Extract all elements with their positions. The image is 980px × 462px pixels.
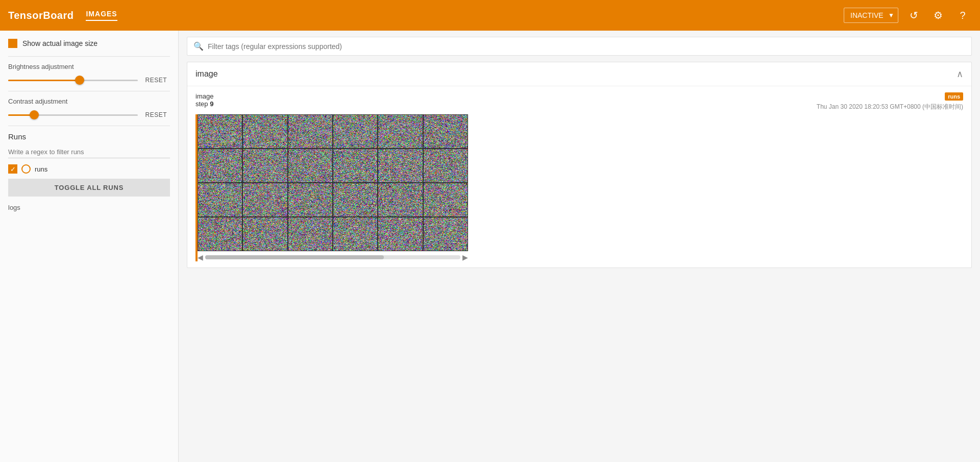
image-card-title: image bbox=[195, 69, 218, 79]
help-button[interactable]: ? bbox=[953, 6, 972, 25]
status-dropdown-wrapper: INACTIVE ACTIVE ▼ bbox=[844, 8, 898, 23]
header-controls: INACTIVE ACTIVE ▼ ↺ ⚙ ? bbox=[844, 6, 972, 25]
image-card-body: image step 9 runs Thu Jan 30 2020 18:20:… bbox=[187, 86, 971, 268]
logs-link[interactable]: logs bbox=[8, 204, 20, 211]
contrast-slider-track[interactable] bbox=[8, 114, 138, 116]
noise-cell bbox=[333, 217, 377, 251]
noise-cell bbox=[288, 149, 332, 182]
show-actual-size-row: Show actual image size bbox=[8, 39, 170, 48]
image-run-info: image step 9 bbox=[195, 92, 213, 108]
sidebar: Show actual image size Brightness adjust… bbox=[0, 31, 179, 462]
noise-cell bbox=[333, 115, 377, 148]
runs-section: Runs ✓ runs TOGGLE ALL RUNS logs bbox=[8, 132, 170, 212]
image-card: image ∧ image step 9 runs Thu Jan 30 bbox=[187, 62, 972, 268]
noise-cell bbox=[424, 115, 468, 148]
contrast-reset-button[interactable]: RESET bbox=[142, 110, 170, 119]
filter-tags-input[interactable] bbox=[208, 42, 965, 51]
runs-title: Runs bbox=[8, 132, 170, 141]
show-actual-size-checkbox[interactable] bbox=[8, 39, 17, 48]
scroll-track[interactable] bbox=[205, 255, 460, 259]
noise-cell bbox=[333, 183, 377, 216]
run-item-runs: ✓ runs bbox=[8, 164, 170, 174]
filter-bar: 🔍 bbox=[187, 37, 972, 56]
contrast-slider-row: RESET bbox=[8, 110, 170, 119]
noise-cell bbox=[198, 149, 242, 182]
noise-cell bbox=[288, 115, 332, 148]
noise-cell bbox=[243, 217, 287, 251]
noise-cell bbox=[378, 115, 422, 148]
toggle-all-runs-button[interactable]: TOGGLE ALL RUNS bbox=[8, 179, 170, 197]
contrast-section: Contrast adjustment RESET bbox=[8, 98, 170, 119]
noise-cell bbox=[198, 217, 242, 251]
filter-runs-input[interactable] bbox=[8, 146, 170, 158]
noise-cell bbox=[424, 217, 468, 251]
brightness-section: Brightness adjustment RESET bbox=[8, 63, 170, 85]
noise-cell bbox=[424, 183, 468, 216]
divider-1 bbox=[8, 56, 170, 57]
brightness-slider-row: RESET bbox=[8, 76, 170, 85]
step-value: 9 bbox=[210, 100, 213, 108]
noise-cell bbox=[198, 115, 242, 148]
settings-button[interactable]: ⚙ bbox=[929, 6, 947, 25]
contrast-title: Contrast adjustment bbox=[8, 98, 170, 105]
scroll-left-arrow[interactable]: ◀ bbox=[198, 253, 203, 261]
brightness-slider-fill bbox=[8, 80, 80, 81]
brightness-slider-thumb[interactable] bbox=[75, 76, 84, 85]
scroll-thumb bbox=[205, 255, 384, 259]
noise-image-wrapper: ◀ ▶ bbox=[198, 114, 468, 261]
scroll-right-arrow[interactable]: ▶ bbox=[462, 253, 468, 261]
app-header: TensorBoard IMAGES INACTIVE ACTIVE ▼ ↺ ⚙… bbox=[0, 0, 980, 31]
show-actual-size-label: Show actual image size bbox=[22, 39, 97, 47]
main-layout: Show actual image size Brightness adjust… bbox=[0, 31, 980, 462]
step-label: step bbox=[195, 100, 208, 108]
noise-cell bbox=[333, 149, 377, 182]
noise-cell bbox=[243, 115, 287, 148]
divider-2 bbox=[8, 91, 170, 91]
checkmark-icon: ✓ bbox=[10, 166, 16, 173]
noise-cell bbox=[243, 183, 287, 216]
noise-grid bbox=[198, 114, 468, 251]
brightness-title: Brightness adjustment bbox=[8, 63, 170, 70]
noise-cell bbox=[378, 149, 422, 182]
app-logo: TensorBoard bbox=[8, 10, 74, 21]
status-dropdown[interactable]: INACTIVE ACTIVE bbox=[844, 8, 898, 23]
run-label-runs: runs bbox=[35, 165, 47, 173]
runs-badge: runs bbox=[945, 92, 963, 101]
scroll-area: ◀ ▶ bbox=[198, 253, 468, 261]
search-icon: 🔍 bbox=[193, 41, 204, 51]
noise-cell bbox=[378, 183, 422, 216]
image-card-header: image ∧ bbox=[187, 62, 971, 86]
refresh-button[interactable]: ↺ bbox=[904, 6, 923, 25]
image-run-title: image bbox=[195, 92, 213, 100]
divider-3 bbox=[8, 126, 170, 126]
noise-cell bbox=[243, 149, 287, 182]
noise-cell bbox=[288, 217, 332, 251]
noise-cell bbox=[378, 217, 422, 251]
brightness-reset-button[interactable]: RESET bbox=[142, 76, 170, 85]
image-step-info: step 9 bbox=[195, 100, 213, 108]
contrast-slider-thumb[interactable] bbox=[30, 110, 39, 119]
content-area: 🔍 image ∧ image step 9 bbox=[179, 31, 980, 462]
image-timestamp: Thu Jan 30 2020 18:20:53 GMT+0800 (中国标准时… bbox=[817, 103, 963, 111]
noise-cell bbox=[424, 149, 468, 182]
brightness-slider-track[interactable] bbox=[8, 80, 138, 81]
nav-images[interactable]: IMAGES bbox=[86, 10, 117, 21]
noise-cell bbox=[288, 183, 332, 216]
run-color-indicator bbox=[21, 164, 31, 174]
collapse-icon[interactable]: ∧ bbox=[957, 68, 963, 80]
noise-cell bbox=[198, 183, 242, 216]
run-checkbox-runs[interactable]: ✓ bbox=[8, 164, 17, 174]
